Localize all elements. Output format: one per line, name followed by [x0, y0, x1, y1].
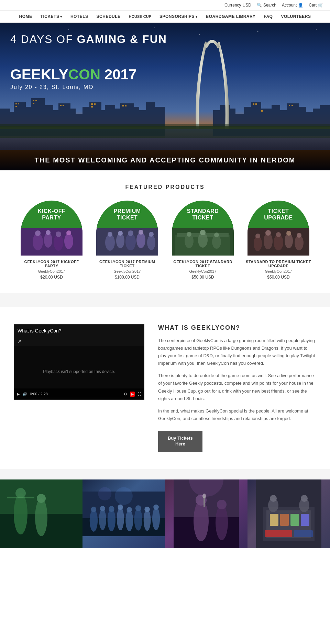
svg-point-7: [299, 38, 299, 38]
svg-rect-54: [94, 103, 96, 105]
nav-hotels[interactable]: HOTELS: [70, 14, 88, 19]
hero-text-overlay: 4 DAYS OF GAMING & FUN GEEKLYCON 2017 Ju…: [10, 33, 167, 90]
cart-button[interactable]: Cart 🛒: [309, 3, 323, 8]
video-player[interactable]: What is GeeklyCon? ↗ Playback isn't supp…: [14, 324, 144, 400]
svg-rect-61: [289, 105, 290, 106]
svg-rect-53: [91, 103, 93, 105]
nav-house-cup[interactable]: HOUSE CUP: [129, 14, 151, 19]
svg-point-2: [68, 29, 69, 30]
house-cup-label: HOUSE CUP: [129, 14, 151, 19]
svg-point-132: [115, 487, 133, 505]
svg-point-123: [118, 504, 123, 510]
product-standard-price: $50.00 USD: [168, 275, 237, 280]
search-label: Search: [263, 3, 276, 8]
product-kickoff-price: $20.00 USD: [17, 275, 86, 280]
svg-point-125: [126, 507, 132, 512]
currency-value: USD: [243, 3, 251, 8]
svg-point-117: [91, 507, 97, 512]
product-kickoff-name: GEEKLYCON 2017 KICKOFF PARTY: [17, 260, 86, 268]
svg-point-151: [270, 495, 277, 502]
svg-rect-58: [253, 103, 254, 105]
nav-boardgame-library[interactable]: BOARDGAME LIBRARY: [206, 14, 256, 19]
video-volume-icon[interactable]: 🔊: [22, 392, 27, 396]
product-premium-name: GEEKLYCON 2017 PREMIUM TICKET: [93, 260, 162, 268]
search-button[interactable]: 🔍 Search: [257, 3, 276, 8]
svg-rect-59: [255, 103, 257, 105]
video-controls: ▶ 🔊 0:00 / 2:28 ⚙ ▶ ⛶: [14, 388, 144, 399]
buy-tickets-button[interactable]: Buy TicketsHere: [158, 431, 202, 452]
svg-point-8: [316, 29, 317, 30]
svg-point-81: [147, 235, 155, 250]
product-standard[interactable]: STANDARDTICKET GEEKLY: [168, 201, 237, 280]
video-time: 0:00 / 2:28: [30, 392, 121, 396]
product-premium-badge: PREMIUMTICKET: [96, 201, 158, 228]
nav-home[interactable]: HOME: [19, 14, 32, 19]
product-kickoff-image: KICK-OFFPARTY: [21, 201, 82, 256]
product-kickoff[interactable]: KICK-OFFPARTY GEEKLYC: [17, 201, 86, 280]
svg-rect-147: [280, 514, 289, 526]
svg-point-128: [144, 509, 151, 531]
svg-rect-57: [125, 105, 126, 106]
hero-bottom-text: THE MOST WELCOMING AND ACCEPTING COMMUNI…: [35, 156, 296, 164]
svg-point-120: [108, 509, 116, 531]
hero-tagline: 4 DAYS OF GAMING & FUN: [10, 33, 167, 46]
tagline-part1: 4 DAYS OF: [10, 33, 77, 45]
svg-point-133: [98, 487, 111, 500]
svg-rect-55: [91, 106, 93, 108]
featured-title: FEATURED PRODUCTS: [7, 184, 323, 190]
product-upgrade-image: TICKETUPGRADE: [248, 201, 309, 256]
nav-schedule[interactable]: SCHEDULE: [97, 14, 121, 19]
video-settings-icon[interactable]: ⚙: [124, 392, 127, 396]
hero-banner: 4 DAYS OF GAMING & FUN GEEKLYCON 2017 Ju…: [0, 23, 330, 170]
svg-point-116: [90, 509, 98, 532]
svg-rect-46: [18, 103, 19, 104]
strip-photo-2-svg: [82, 479, 165, 548]
svg-rect-62: [292, 105, 293, 106]
svg-rect-146: [270, 514, 278, 526]
tickets-dropdown-icon: ▾: [60, 15, 62, 19]
cart-label: Cart: [309, 3, 317, 8]
svg-point-102: [255, 234, 260, 238]
product-standard-store: GeeklyCon2017: [168, 269, 237, 273]
product-upgrade-badge: TICKETUPGRADE: [248, 201, 309, 228]
about-title: WHAT IS GEEKLYCON?: [158, 324, 316, 331]
product-upgrade-badge-text: TICKETUPGRADE: [261, 208, 296, 221]
about-section: What is GeeklyCon? ↗ Playback isn't supp…: [0, 307, 330, 469]
svg-point-82: [108, 232, 112, 237]
currency-selector[interactable]: Currency USD: [224, 3, 251, 8]
svg-point-124: [125, 510, 133, 531]
nav-sponsorships[interactable]: SPONSORSHIPS ▾: [160, 14, 198, 19]
svg-rect-51: [60, 105, 62, 106]
nav-tickets[interactable]: TICKETS ▾: [41, 14, 62, 19]
strip-photo-4-svg: [248, 479, 330, 548]
account-button[interactable]: Account 👤: [282, 3, 303, 8]
hero-event-name: GEEKLYCON 2017: [10, 66, 167, 83]
product-kickoff-badge-text: KICK-OFFPARTY: [34, 208, 69, 221]
nav-faq[interactable]: FAQ: [264, 14, 273, 19]
nav-volunteers[interactable]: VOLUNTEERS: [281, 14, 311, 19]
svg-rect-65: [0, 124, 165, 138]
svg-point-77: [105, 234, 115, 251]
svg-point-122: [117, 507, 124, 530]
video-share-icon[interactable]: ↗: [14, 337, 144, 346]
svg-point-121: [109, 506, 114, 512]
svg-point-93: [187, 232, 191, 237]
svg-rect-149: [301, 514, 309, 526]
svg-point-83: [118, 231, 123, 236]
video-fullscreen-icon[interactable]: ⛶: [138, 392, 141, 396]
product-premium[interactable]: PREMIUMTICKET: [93, 201, 162, 280]
photo-strip-item-1: [0, 479, 82, 548]
svg-point-71: [64, 233, 73, 249]
svg-point-119: [100, 506, 106, 511]
svg-point-130: [152, 507, 160, 530]
svg-rect-49: [35, 100, 37, 101]
svg-point-94: [200, 230, 206, 235]
svg-rect-50: [33, 103, 34, 104]
main-nav: HOME TICKETS ▾ HOTELS SCHEDULE HOUSE CUP…: [0, 11, 330, 23]
about-paragraph-2: There is plenty to do outside of the gam…: [158, 372, 316, 402]
svg-point-85: [139, 230, 143, 235]
product-upgrade[interactable]: TICKETUPGRADE: [244, 201, 313, 280]
video-play-button[interactable]: ▶: [17, 392, 20, 396]
svg-rect-47: [15, 106, 17, 107]
svg-point-73: [46, 230, 51, 235]
